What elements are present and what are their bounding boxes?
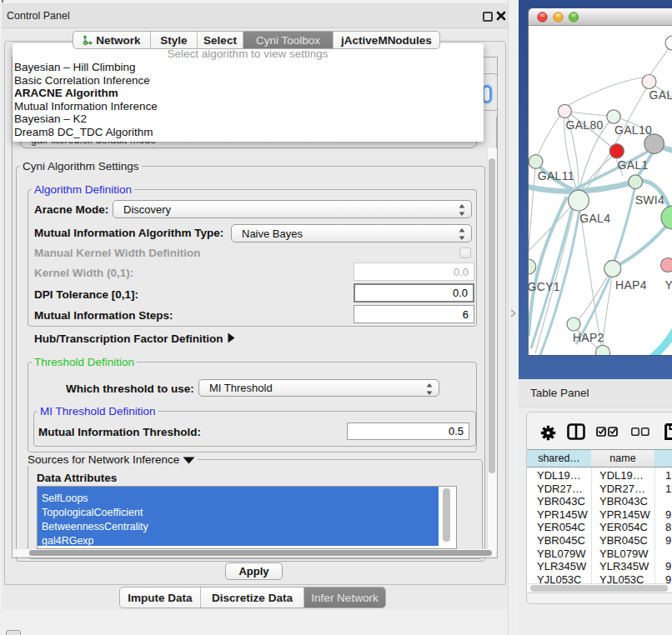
svg-text:Y: Y — [665, 278, 672, 292]
svg-text:GCY1: GCY1 — [529, 280, 560, 293]
svg-text:SWI4: SWI4 — [635, 193, 664, 207]
svg-text:GAL10: GAL10 — [614, 123, 652, 137]
svg-text:HAP4: HAP4 — [615, 278, 647, 292]
svg-text:GAL4: GAL4 — [579, 212, 610, 225]
svg-text:HAP2: HAP2 — [573, 331, 604, 344]
svg-text:GAL1: GAL1 — [618, 158, 649, 172]
svg-text:GAL11: GAL11 — [538, 169, 574, 182]
svg-text:GAL: GAL — [649, 88, 672, 102]
svg-text:GAL80: GAL80 — [566, 118, 604, 132]
